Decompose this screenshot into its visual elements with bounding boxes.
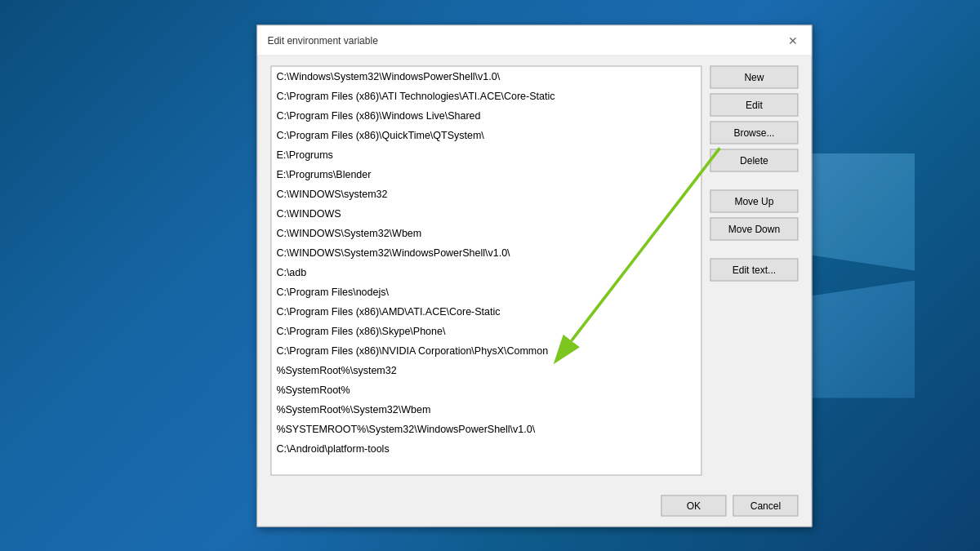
dialog-title: Edit environment variable bbox=[267, 34, 377, 46]
list-item[interactable]: C:\Program Files (x86)\Windows Live\Shar… bbox=[271, 105, 701, 125]
dialog-content: C:\Windows\System32\WindowsPowerShell\v1… bbox=[257, 56, 811, 488]
list-item[interactable]: %SYSTEMROOT%\System32\WindowsPowerShell\… bbox=[271, 419, 701, 438]
list-item[interactable]: %SystemRoot%\system32 bbox=[271, 360, 701, 380]
action-buttons-panel: New Edit Browse... Delete Move Up Move D… bbox=[710, 65, 798, 475]
edit-button[interactable]: Edit bbox=[710, 93, 798, 116]
list-item[interactable]: C:\adb bbox=[271, 262, 701, 282]
list-item[interactable]: C:\Program Files (x86)\ATI Technologies\… bbox=[271, 86, 701, 105]
env-var-list-container: C:\Windows\System32\WindowsPowerShell\v1… bbox=[270, 65, 702, 475]
list-item[interactable]: C:\WINDOWS\System32\Wbem bbox=[271, 223, 701, 242]
list-item[interactable]: C:\Windows\System32\WindowsPowerShell\v1… bbox=[271, 66, 701, 86]
edit-text-button[interactable]: Edit text... bbox=[710, 258, 798, 281]
list-item[interactable]: C:\Program Files (x86)\NVIDIA Corporatio… bbox=[271, 340, 701, 360]
list-item[interactable]: C:\Android\platform-tools bbox=[271, 438, 701, 458]
move-up-button[interactable]: Move Up bbox=[710, 189, 798, 212]
list-item[interactable]: E:\Progrums bbox=[271, 144, 701, 164]
cancel-button[interactable]: Cancel bbox=[733, 495, 798, 516]
move-down-button[interactable]: Move Down bbox=[710, 217, 798, 240]
ok-button[interactable]: OK bbox=[661, 495, 726, 516]
list-item[interactable]: C:\WINDOWS\System32\WindowsPowerShell\v1… bbox=[271, 242, 701, 262]
close-button[interactable]: ✕ bbox=[785, 32, 801, 48]
env-var-list[interactable]: C:\Windows\System32\WindowsPowerShell\v1… bbox=[271, 66, 701, 474]
dialog-titlebar: Edit environment variable ✕ bbox=[257, 25, 811, 56]
list-item[interactable]: C:\Program Files (x86)\AMD\ATI.ACE\Core-… bbox=[271, 301, 701, 321]
new-button[interactable]: New bbox=[710, 65, 798, 88]
list-item[interactable]: C:\WINDOWS\system32 bbox=[271, 184, 701, 203]
edit-env-var-dialog: Edit environment variable ✕ C:\Windows\S… bbox=[256, 24, 812, 527]
button-spacer-2 bbox=[710, 245, 798, 253]
list-item[interactable]: E:\Progrums\Blender bbox=[271, 164, 701, 184]
browse-button[interactable]: Browse... bbox=[710, 121, 798, 144]
dialog-footer: OK Cancel bbox=[257, 488, 811, 526]
list-item[interactable]: %SystemRoot%\System32\Wbem bbox=[271, 399, 701, 419]
list-item[interactable]: %SystemRoot% bbox=[271, 380, 701, 399]
desktop: Edit environment variable ✕ C:\Windows\S… bbox=[0, 0, 980, 551]
list-item[interactable]: C:\Program Files (x86)\Skype\Phone\ bbox=[271, 321, 701, 340]
list-item[interactable]: C:\WINDOWS bbox=[271, 203, 701, 223]
button-spacer bbox=[710, 176, 798, 184]
list-item[interactable]: C:\Program Files (x86)\QuickTime\QTSyste… bbox=[271, 125, 701, 144]
list-item[interactable]: C:\Program Files\nodejs\ bbox=[271, 282, 701, 301]
delete-button[interactable]: Delete bbox=[710, 149, 798, 171]
